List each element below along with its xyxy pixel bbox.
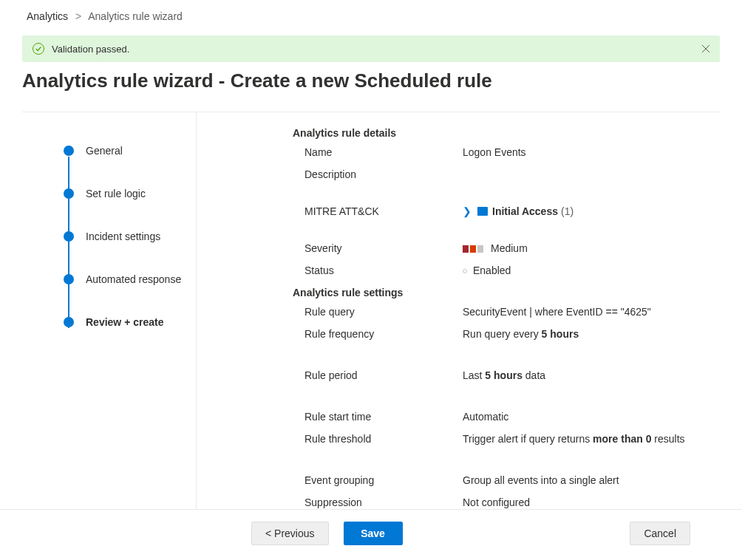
validation-banner: Validation passed. xyxy=(22,35,720,62)
row-status: Status Enabled xyxy=(293,264,705,276)
severity-label: Severity xyxy=(293,242,463,254)
mitre-tactic-count: (1) xyxy=(561,205,573,217)
rule-frequency-value: Run query every 5 hours xyxy=(463,328,705,340)
step-label: Review + create xyxy=(86,316,163,328)
close-icon[interactable] xyxy=(701,44,711,54)
content-wrap: General Set rule logic Incident settings… xyxy=(22,112,720,509)
row-rule-start-time: Rule start time Automatic xyxy=(293,411,705,423)
suppression-label: Suppression xyxy=(293,496,463,508)
row-rule-frequency: Rule frequency Run query every 5 hours xyxy=(293,328,705,340)
status-value: Enabled xyxy=(463,264,705,276)
cancel-button[interactable]: Cancel xyxy=(630,522,690,545)
step-general[interactable]: General xyxy=(64,145,196,157)
row-event-grouping: Event grouping Group all events into a s… xyxy=(293,474,705,486)
step-review-create[interactable]: Review + create xyxy=(64,316,196,328)
step-bullet-icon xyxy=(64,146,74,156)
chevron-right-icon: ❯ xyxy=(463,205,472,217)
success-check-icon xyxy=(33,43,44,55)
row-name: Name Logon Events xyxy=(293,146,705,158)
severity-bars-icon xyxy=(463,245,485,253)
step-bullet-icon xyxy=(64,317,74,327)
rule-period-value: Last 5 hours data xyxy=(463,369,705,381)
description-label: Description xyxy=(293,168,463,180)
rule-threshold-label: Rule threshold xyxy=(293,433,463,445)
step-bullet-icon xyxy=(64,274,74,284)
status-dot-icon xyxy=(463,269,467,273)
previous-button[interactable]: < Previous xyxy=(251,522,329,545)
row-mitre: MITRE ATT&CK ❯ Initial Access (1) xyxy=(293,205,705,217)
step-label: Incident settings xyxy=(86,231,160,242)
event-grouping-value: Group all events into a single alert xyxy=(463,474,705,486)
details-panel[interactable]: Analytics rule details Name Logon Events… xyxy=(197,112,720,509)
breadcrumb: Analytics > Analytics rule wizard xyxy=(0,0,742,30)
event-grouping-label: Event grouping xyxy=(293,474,463,486)
name-value: Logon Events xyxy=(463,146,705,158)
step-bullet-icon xyxy=(64,188,74,199)
step-label: General xyxy=(86,145,123,157)
wizard-steps: General Set rule logic Incident settings… xyxy=(22,112,197,509)
row-description: Description xyxy=(293,168,705,180)
step-incident-settings[interactable]: Incident settings xyxy=(64,231,196,242)
step-label: Automated response xyxy=(86,273,181,285)
mitre-value[interactable]: ❯ Initial Access (1) xyxy=(463,205,705,217)
breadcrumb-current: Analytics rule wizard xyxy=(88,10,183,22)
tactic-icon xyxy=(477,207,488,216)
row-severity: Severity Medium xyxy=(293,242,705,254)
rule-start-value: Automatic xyxy=(463,411,705,423)
rule-start-label: Rule start time xyxy=(293,411,463,423)
breadcrumb-root[interactable]: Analytics xyxy=(27,10,68,22)
mitre-tactic-name: Initial Access xyxy=(492,205,558,217)
step-set-rule-logic[interactable]: Set rule logic xyxy=(64,188,196,199)
step-bullet-icon xyxy=(64,231,74,242)
rule-query-label: Rule query xyxy=(293,306,463,318)
rule-settings-heading: Analytics rule settings xyxy=(293,287,705,298)
row-suppression: Suppression Not configured xyxy=(293,496,705,508)
rule-frequency-label: Rule frequency xyxy=(293,328,463,340)
breadcrumb-separator: > xyxy=(75,10,81,22)
rule-threshold-value: Trigger alert if query returns more than… xyxy=(463,433,705,445)
validation-message: Validation passed. xyxy=(52,44,129,55)
row-rule-query: Rule query SecurityEvent | where EventID… xyxy=(293,306,705,318)
row-rule-threshold: Rule threshold Trigger alert if query re… xyxy=(293,433,705,445)
row-rule-period: Rule period Last 5 hours data xyxy=(293,369,705,381)
page-title: Analytics rule wizard - Create a new Sch… xyxy=(22,69,720,92)
step-connector xyxy=(68,157,69,328)
mitre-label: MITRE ATT&CK xyxy=(293,205,463,217)
rule-period-label: Rule period xyxy=(293,369,463,381)
status-label: Status xyxy=(293,264,463,276)
step-label: Set rule logic xyxy=(86,188,146,199)
rule-details-heading: Analytics rule details xyxy=(293,127,705,139)
wizard-footer: < Previous Save Cancel xyxy=(0,509,742,557)
save-button[interactable]: Save xyxy=(344,522,403,545)
step-automated-response[interactable]: Automated response xyxy=(64,273,196,285)
severity-value: Medium xyxy=(463,242,705,254)
suppression-value: Not configured xyxy=(463,496,705,508)
name-label: Name xyxy=(293,146,463,158)
rule-query-value: SecurityEvent | where EventID == "4625" xyxy=(463,306,705,318)
